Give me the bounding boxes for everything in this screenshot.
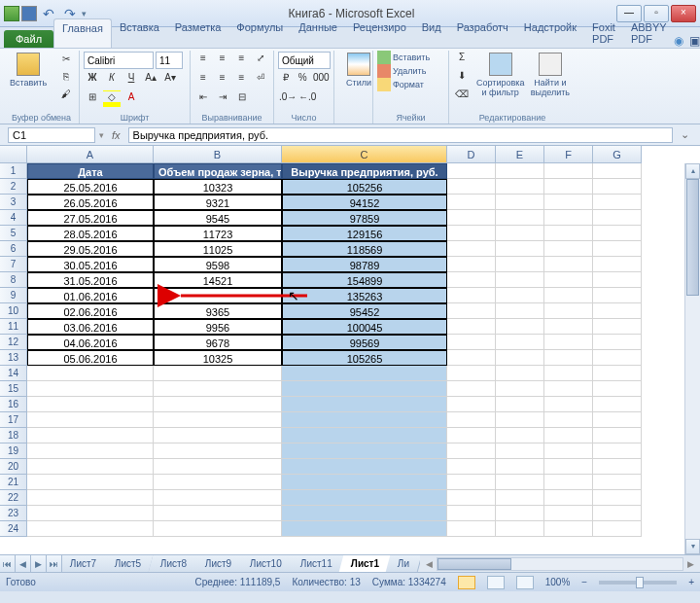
row-header[interactable]: 2 bbox=[0, 179, 27, 195]
align-right-icon[interactable]: ≡ bbox=[233, 71, 251, 89]
cell[interactable]: 25.05.2016 bbox=[27, 179, 154, 195]
ribbon-tab[interactable]: ABBYY PDF bbox=[623, 18, 675, 48]
column-header[interactable]: F bbox=[544, 146, 593, 163]
font-color-button[interactable]: A bbox=[122, 90, 140, 108]
cell[interactable] bbox=[496, 210, 544, 226]
cell[interactable] bbox=[447, 241, 496, 257]
row-header[interactable]: 5 bbox=[0, 226, 27, 241]
indent-increase-icon[interactable]: ⇥ bbox=[214, 90, 231, 108]
cell[interactable]: 27.05.2016 bbox=[27, 210, 154, 226]
name-box-dropdown-icon[interactable]: ▾ bbox=[99, 130, 104, 140]
cell[interactable] bbox=[496, 381, 544, 397]
format-cells-button[interactable]: Формат bbox=[377, 78, 424, 91]
cell[interactable]: 105256 bbox=[282, 179, 447, 195]
cell[interactable] bbox=[154, 490, 282, 506]
cell[interactable]: 03.06.2016 bbox=[27, 319, 154, 335]
sheet-tab[interactable]: Лист8 bbox=[148, 555, 199, 572]
column-header[interactable]: A bbox=[27, 146, 154, 163]
cell[interactable]: 30.05.2016 bbox=[27, 257, 154, 272]
cell[interactable] bbox=[282, 397, 447, 412]
row-header[interactable]: 18 bbox=[0, 428, 27, 443]
row-header[interactable]: 6 bbox=[0, 241, 27, 257]
cell[interactable] bbox=[154, 366, 282, 381]
cell[interactable] bbox=[282, 428, 447, 443]
insert-cells-button[interactable]: Вставить bbox=[377, 51, 430, 64]
view-page-break-icon[interactable] bbox=[516, 576, 534, 589]
cell[interactable] bbox=[27, 490, 154, 506]
cell[interactable] bbox=[544, 288, 593, 303]
ribbon-tab[interactable]: Разметка bbox=[167, 18, 229, 48]
cell[interactable] bbox=[593, 319, 642, 335]
row-header[interactable]: 10 bbox=[0, 303, 27, 319]
ribbon-tab[interactable]: Foxit PDF bbox=[584, 18, 623, 48]
cell[interactable]: 100045 bbox=[282, 319, 447, 335]
cell[interactable] bbox=[27, 506, 154, 521]
cell[interactable]: 10325 bbox=[154, 350, 282, 366]
cell[interactable] bbox=[282, 506, 447, 521]
cell[interactable] bbox=[496, 428, 544, 443]
cell[interactable]: 118569 bbox=[282, 241, 447, 257]
file-tab[interactable]: Файл bbox=[4, 30, 53, 48]
ribbon-tab[interactable]: Вставка bbox=[112, 18, 167, 48]
row-header[interactable]: 17 bbox=[0, 412, 27, 428]
table-header-cell[interactable]: Выручка предприятия, руб. bbox=[282, 163, 447, 179]
row-header[interactable]: 16 bbox=[0, 397, 27, 412]
row-header[interactable]: 8 bbox=[0, 272, 27, 288]
cell[interactable] bbox=[447, 490, 496, 506]
hscroll-thumb[interactable] bbox=[438, 558, 511, 570]
cell[interactable]: 105265 bbox=[282, 350, 447, 366]
cell[interactable] bbox=[544, 428, 593, 443]
cell[interactable] bbox=[593, 226, 642, 241]
cell[interactable]: 97859 bbox=[282, 210, 447, 226]
increase-decimal-icon[interactable]: .0→ bbox=[278, 90, 296, 108]
cell[interactable] bbox=[27, 443, 154, 459]
cell[interactable] bbox=[447, 272, 496, 288]
cell[interactable] bbox=[544, 443, 593, 459]
cell[interactable]: 9365 bbox=[154, 303, 282, 319]
cell[interactable] bbox=[544, 303, 593, 319]
cell[interactable] bbox=[27, 428, 154, 443]
cell[interactable] bbox=[447, 257, 496, 272]
cell[interactable] bbox=[447, 521, 496, 537]
cell[interactable]: 11723 bbox=[154, 226, 282, 241]
cell[interactable]: 10323 bbox=[154, 179, 282, 195]
cell[interactable] bbox=[447, 428, 496, 443]
cell[interactable] bbox=[593, 195, 642, 210]
cell[interactable] bbox=[154, 475, 282, 490]
cell[interactable] bbox=[447, 163, 496, 179]
copy-icon[interactable]: ⎘ bbox=[57, 70, 75, 88]
cell[interactable]: 9321 bbox=[154, 195, 282, 210]
zoom-thumb[interactable] bbox=[636, 577, 644, 588]
row-header[interactable]: 22 bbox=[0, 490, 27, 506]
cell[interactable] bbox=[544, 350, 593, 366]
cell[interactable] bbox=[154, 443, 282, 459]
horizontal-scrollbar[interactable]: ◀ ▶ bbox=[420, 555, 700, 572]
align-top-icon[interactable]: ≡ bbox=[194, 52, 212, 69]
cell[interactable] bbox=[593, 443, 642, 459]
scroll-thumb[interactable] bbox=[686, 179, 699, 296]
cell[interactable] bbox=[593, 412, 642, 428]
ribbon-tab[interactable]: Главная bbox=[53, 18, 112, 48]
cell[interactable] bbox=[282, 521, 447, 537]
cell[interactable] bbox=[282, 490, 447, 506]
ribbon-tab[interactable]: Данные bbox=[291, 18, 345, 48]
cell[interactable] bbox=[496, 459, 544, 475]
cell[interactable] bbox=[544, 195, 593, 210]
cell[interactable] bbox=[447, 335, 496, 350]
row-header[interactable]: 1 bbox=[0, 163, 27, 179]
cell[interactable]: 31.05.2016 bbox=[27, 272, 154, 288]
cell[interactable] bbox=[496, 272, 544, 288]
cell[interactable] bbox=[447, 195, 496, 210]
cell[interactable] bbox=[544, 412, 593, 428]
ribbon-tab[interactable]: Надстройк bbox=[516, 18, 584, 48]
merge-cells-icon[interactable]: ⊟ bbox=[233, 90, 251, 108]
column-header[interactable]: E bbox=[496, 146, 544, 163]
row-header[interactable]: 7 bbox=[0, 257, 27, 272]
cell[interactable] bbox=[447, 381, 496, 397]
cell[interactable] bbox=[447, 443, 496, 459]
fx-icon[interactable]: fx bbox=[108, 129, 124, 141]
sheet-tab[interactable]: Лист11 bbox=[289, 555, 345, 572]
cell[interactable]: 95452 bbox=[282, 303, 447, 319]
decrease-decimal-icon[interactable]: ←.0 bbox=[298, 90, 315, 108]
formula-expand-icon[interactable]: ⌄ bbox=[677, 128, 692, 141]
